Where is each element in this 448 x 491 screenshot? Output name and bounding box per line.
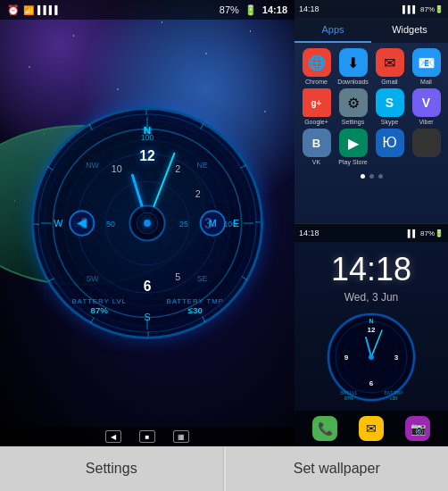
app-tabs: Apps Widgets	[295, 18, 448, 43]
app-label-mail: Mail	[420, 79, 432, 85]
rt-battery: 87%🔋	[420, 5, 444, 13]
app-label-vk: VK	[312, 159, 320, 165]
app-item-vk[interactable]: В VK	[300, 129, 333, 165]
app-item-extra1[interactable]: Ю	[373, 129, 406, 165]
svg-text:6: 6	[369, 379, 374, 387]
app-item-extra2[interactable]	[410, 129, 443, 165]
svg-text:E: E	[233, 218, 239, 229]
clock-outer-ring: 100 100 50 25 50 N E S W NE SE SW NW	[31, 107, 263, 339]
app-grid: 🌐 Chrome ⬇ Downloads ✉ Gmail 📧 Mail g	[295, 43, 448, 171]
svg-text:N: N	[369, 318, 373, 324]
svg-text:S: S	[144, 312, 150, 322]
status-bar-left: ⏰ 📶 ▌▌▌▌ 87% 🔋 14:18	[0, 0, 295, 20]
svg-text:25: 25	[179, 220, 188, 229]
app-icon-downloads[interactable]: ⬇	[339, 48, 368, 77]
app-icon-settings[interactable]: ⚙	[339, 88, 368, 117]
home-btn[interactable]: ■	[139, 430, 155, 443]
app-label-settings: Settings	[342, 119, 364, 125]
rt-status-left: 14:18	[299, 4, 319, 13]
app-label-gmail: Gmail	[381, 79, 397, 85]
app-item-settings[interactable]: ⚙ Settings	[336, 88, 369, 125]
status-icons-left: ⏰ 📶 ▌▌▌▌	[7, 4, 61, 16]
rb-battery: 87%🔋	[420, 229, 444, 237]
left-phone-panel: ⏰ 📶 ▌▌▌▌ 87% 🔋 14:18	[0, 0, 295, 446]
right-panel: 14:18 ▌▌▌ 87%🔋 Apps Widgets 🌐 Chrome ⬇	[295, 0, 448, 446]
mini-clock-svg: N 12 3 6 9 BAT LVL BAT TMP 87%	[327, 312, 416, 402]
battery-percentage: 87%	[220, 4, 239, 15]
svg-text:BATTERY LVL: BATTERY LVL	[72, 297, 127, 305]
lock-screen: 14:18 ▌▌ 87%🔋 14:18 Wed, 3 Jun N 12	[295, 223, 448, 446]
rb-status-icons: ▌▌ 87%🔋	[408, 229, 444, 237]
app-icon-gmail[interactable]: ✉	[376, 48, 404, 77]
status-bar-right-bottom: 14:18 ▌▌ 87%🔋	[295, 224, 448, 242]
app-icon-chrome[interactable]: 🌐	[303, 48, 331, 77]
wifi-icon: 📶	[23, 5, 34, 15]
dock-icon-camera[interactable]: 📷	[405, 416, 430, 441]
svg-point-66	[369, 354, 374, 360]
app-item-mail[interactable]: 📧 Mail	[410, 48, 443, 85]
apps-screen: 14:18 ▌▌▌ 87%🔋 Apps Widgets 🌐 Chrome ⬇	[295, 0, 448, 223]
app-item-playstore[interactable]: ▶ Play Store	[336, 129, 369, 165]
status-right: 87% 🔋 14:18	[220, 4, 287, 16]
svg-line-12	[242, 277, 247, 280]
lock-screen-date: Wed, 3 Jun	[295, 291, 448, 304]
svg-text:NW: NW	[86, 161, 99, 170]
app-icon-vk[interactable]: В	[303, 129, 331, 157]
svg-text:≤30: ≤30	[188, 305, 203, 315]
svg-text:NE: NE	[196, 161, 207, 170]
svg-text:5: 5	[175, 271, 180, 282]
svg-text:6: 6	[144, 279, 152, 294]
bottom-action-bar: Settings Set wallpaper	[0, 446, 448, 491]
back-btn[interactable]: ◀	[105, 430, 121, 443]
battery-icon: 🔋	[245, 4, 257, 16]
dock-icon-phone[interactable]: 📞	[312, 416, 337, 441]
tab-widgets[interactable]: Widgets	[371, 18, 448, 43]
app-item-chrome[interactable]: 🌐 Chrome	[300, 48, 333, 85]
svg-line-15	[91, 318, 95, 323]
app-icon-skype[interactable]: S	[376, 88, 404, 117]
rt-signal: ▌▌▌	[402, 5, 418, 13]
app-icon-playstore[interactable]: ▶	[339, 129, 368, 157]
mini-clock: N 12 3 6 9 BAT LVL BAT TMP 87%	[327, 312, 416, 402]
app-item-gplus[interactable]: g+ Google+	[300, 88, 333, 125]
settings-button[interactable]: Settings	[0, 446, 224, 491]
svg-text:M: M	[209, 218, 217, 229]
clock-svg: 100 100 50 25 50 N E S W NE SE SW NW	[34, 110, 261, 337]
bottom-nav-bar: ◀ ■ ▦	[0, 427, 295, 446]
page-dot-2	[369, 174, 374, 179]
app-item-skype[interactable]: S Skype	[373, 88, 406, 125]
clock-widget: 100 100 50 25 50 N E S W NE SE SW NW	[31, 107, 263, 339]
signal-bars: ▌▌▌▌	[37, 5, 61, 14]
page-dots	[295, 171, 448, 182]
app-icon-mail[interactable]: 📧	[412, 48, 441, 77]
app-item-gmail[interactable]: ✉ Gmail	[373, 48, 406, 85]
svg-text:2: 2	[175, 163, 180, 174]
alarm-icon: ⏰	[7, 4, 20, 16]
lock-screen-time: 14:18	[295, 251, 448, 288]
svg-line-10	[240, 163, 246, 170]
svg-text:9: 9	[344, 354, 349, 362]
app-label-viber: Viber	[419, 119, 433, 125]
app-label-gplus: Google+	[304, 119, 328, 125]
tab-apps[interactable]: Apps	[295, 18, 371, 43]
app-label-playstore: Play Store	[338, 159, 367, 165]
app-item-downloads[interactable]: ⬇ Downloads	[336, 48, 369, 85]
svg-text:SE: SE	[197, 274, 208, 283]
app-icon-extra2[interactable]	[412, 129, 441, 157]
dock-icon-email[interactable]: ✉	[359, 416, 384, 441]
app-icon-gplus[interactable]: g+	[303, 88, 331, 117]
svg-line-16	[48, 277, 54, 283]
page-dot-1	[361, 174, 365, 179]
svg-text:◀: ◀	[77, 216, 87, 229]
app-icon-extra1[interactable]: Ю	[376, 129, 404, 157]
svg-text:12: 12	[368, 326, 376, 334]
app-icon-viber[interactable]: V	[412, 88, 441, 117]
set-wallpaper-button[interactable]: Set wallpaper	[226, 446, 449, 491]
svg-line-18	[47, 167, 53, 171]
app-item-viber[interactable]: V Viber	[410, 88, 443, 125]
menu-btn[interactable]: ▦	[173, 430, 189, 443]
svg-text:N: N	[144, 124, 151, 136]
app-label-downloads: Downloads	[337, 79, 369, 85]
svg-text:12: 12	[139, 148, 155, 163]
svg-text:BATTERY TMP: BATTERY TMP	[167, 297, 224, 305]
